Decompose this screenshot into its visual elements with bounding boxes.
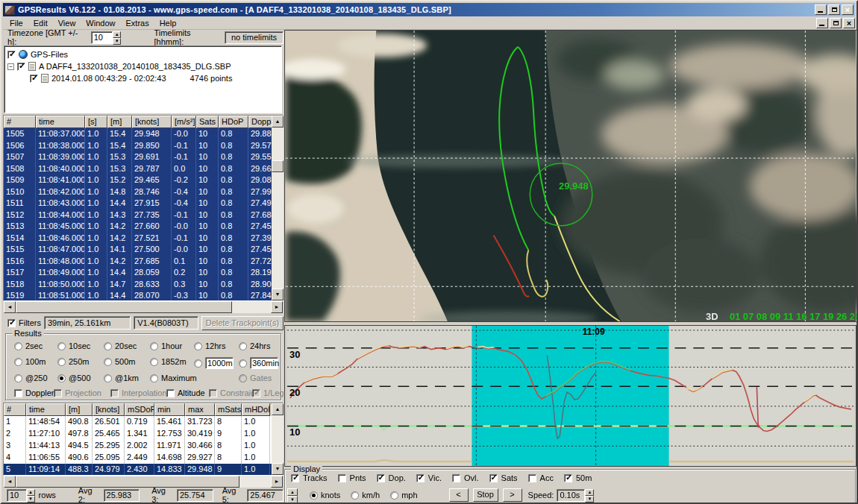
dop-display-checkbox[interactable] [377,474,385,482]
radio-250m[interactable]: 250m [57,357,90,366]
trackpoints-hscrollbar[interactable]: ◄ ► [4,301,283,313]
step-back-button[interactable]: < [449,488,469,502]
tree-file-checkbox[interactable] [17,63,25,71]
mdi-close-button[interactable]: × [843,18,855,28]
mdi-restore-button[interactable] [830,18,842,28]
column-header[interactable]: [knots] [132,116,172,128]
table-row[interactable]: 151311:08:45.0001.014.227.660-0.0100.827… [4,221,283,233]
constrain-checkbox[interactable]: Constrain [209,388,255,397]
speed-chart[interactable]: 30 20 10 11:09 [284,325,857,467]
table-row[interactable]: 151911:08:51.0001.014.428.070-0.3100.827… [4,290,283,301]
step-forward-button[interactable]: > [503,488,522,502]
column-header[interactable]: [m] [107,116,132,128]
column-header[interactable]: # [4,116,36,128]
tree-item-file[interactable]: − A DAFF4_133201038_20140108_183435_DLG.… [4,60,281,72]
column-header[interactable]: min [154,403,185,416]
radio-custom-distance[interactable]: 1000m [194,357,234,369]
trackpoints-vscrollbar[interactable]: ▲ ▼ [272,116,284,300]
table-row[interactable]: 151611:08:48.0001.014.227.6850.1100.827.… [4,256,283,268]
table-row[interactable]: 111:48:54490.826.5010.71915.46131.72381.… [4,416,283,428]
table-row[interactable]: 151511:08:47.0001.014.127.500-0.0100.827… [4,244,283,256]
column-header[interactable]: [m] [66,403,93,416]
rows-stepper[interactable]: ▲▼ [27,489,35,501]
table-row[interactable]: 151211:08:44.0001.014.327.735-0.1100.827… [4,210,283,221]
table-row[interactable]: 150711:08:39.0001.015.329.691-0.1100.829… [4,151,283,163]
map-view[interactable]: 29.948 3D 01 07 08 09 11 16 17 19 26 28 [284,30,857,322]
interpolation-checkbox[interactable]: Interpolation [110,388,167,397]
mdi-minimize-button[interactable] [816,18,828,28]
column-header[interactable]: time [36,116,85,128]
radio-gates[interactable]: Gates [239,374,272,382]
sats-display-checkbox[interactable] [489,474,498,482]
radio-2sec[interactable]: 2sec [14,341,43,350]
menu-item-help[interactable]: Help [154,17,182,29]
radio-1852m[interactable]: 1852m [150,357,187,366]
ovl-display-checkbox[interactable] [452,474,460,482]
column-header[interactable]: mSats [215,403,242,416]
column-header[interactable]: [s] [85,116,107,128]
radio-100m[interactable]: 100m [14,357,46,366]
radio-500m[interactable]: 500m [104,357,136,366]
radio-maximum[interactable]: Maximum [150,374,197,382]
oneleg-checkbox[interactable]: 1/Leg [252,388,284,397]
table-row[interactable]: 411:06:55490.625.0952.44914.69829.92781.… [4,452,283,464]
table-row[interactable]: 151711:08:49.0001.014.428.0590.2100.828.… [4,267,283,279]
chart-scale-stepper[interactable]: ▲▼ [287,488,298,502]
table-row[interactable]: 151411:08:46.0001.014.227.521-0.1100.827… [4,233,283,245]
table-row[interactable]: 311:44:13494.525.2952.00211.97130.46681.… [4,440,283,452]
column-header[interactable]: mHDoP [242,403,270,416]
radio-24hrs[interactable]: 24hrs [239,341,271,350]
restore-button[interactable] [828,4,840,15]
table-row[interactable]: 211:27:10497.825.4651.34112.75330.41991.… [4,428,283,440]
menu-item-extras[interactable]: Extras [120,17,154,29]
menu-item-window[interactable]: Window [81,17,120,29]
column-header[interactable]: [m/s²] [172,116,196,128]
speed-stepper[interactable]: ▲▼ [585,489,594,501]
column-header[interactable]: max [185,403,215,416]
column-header[interactable]: # [4,403,26,416]
custom-time-input[interactable]: 360min [250,357,278,369]
timezone-input[interactable]: 10 [91,31,113,44]
tree-item-session[interactable]: 2014.01.08 00:43:29 - 02:02:43 4746 poin… [4,72,281,84]
custom-distance-input[interactable]: 1000m [205,357,234,369]
timelimits-box[interactable]: no timelimits [225,31,284,44]
column-header[interactable]: HDoP [219,116,248,128]
menu-item-edit[interactable]: Edit [28,17,53,29]
collapse-icon[interactable]: − [7,63,14,70]
tracks-display-checkbox[interactable] [291,474,299,482]
column-header[interactable]: [knots] [93,403,125,416]
pnts-display-checkbox[interactable] [338,474,346,482]
radio-at500[interactable]: @500 [57,374,91,382]
radio-at1km[interactable]: @1km [104,374,139,382]
title-bar[interactable]: GPSResults V6.122 - 01.08.2013 - www.gps… [3,3,855,16]
close-button[interactable]: × [842,4,854,15]
doppler-checkbox[interactable]: Doppler [14,388,54,397]
acc-display-checkbox[interactable] [528,474,536,482]
tree-session-checkbox[interactable] [30,75,38,83]
radio-10sec[interactable]: 10sec [57,341,90,350]
table-row[interactable]: 151111:08:43.0001.014.427.915-0.4100.827… [4,198,283,210]
table-row[interactable]: 151811:08:50.0001.014.728.6330.3100.828.… [4,279,283,291]
radio-12hrs[interactable]: 12hrs [194,341,226,350]
radio-at250[interactable]: @250 [14,374,48,382]
table-row[interactable]: 151011:08:42.0001.014.828.746-0.4100.827… [4,186,283,198]
column-header[interactable]: Dopple [248,116,274,128]
table-row[interactable]: 150511:08:37.0001.015.429.948-0.0100.829… [4,128,283,140]
vic-display-checkbox[interactable] [416,474,425,482]
delete-trackpoints-button[interactable]: Delete Trackpoint(s) [201,316,284,330]
table-row[interactable]: 150811:08:40.0001.015.329.7870.0100.829.… [4,163,283,175]
tree-item-root[interactable]: GPS-Files [4,48,281,60]
50m-display-checkbox[interactable] [564,474,572,482]
speed-value-input[interactable]: 0.10s [557,489,585,502]
unit-radio-mph[interactable]: mph [390,491,417,500]
radio-20sec[interactable]: 20sec [104,341,137,350]
radio-1hour[interactable]: 1hour [150,341,182,350]
table-row[interactable]: 150911:08:41.0001.015.229.465-0.2100.829… [4,174,283,186]
stop-button[interactable]: Stop [473,488,498,502]
rows-input[interactable]: 10 [7,489,27,502]
column-header[interactable]: time [26,403,66,416]
table-row[interactable]: 511:09:14488.324.9792.43014.83329.94891.… [4,464,283,476]
column-header[interactable]: mSDoP [125,403,154,416]
menu-item-view[interactable]: View [53,17,81,29]
radio-custom-time[interactable]: 360min [239,357,278,369]
